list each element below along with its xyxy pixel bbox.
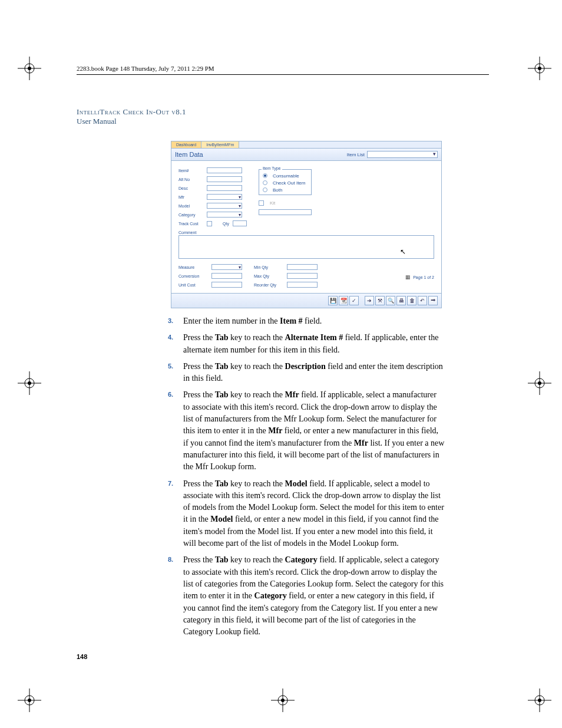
input-reorder-qty[interactable] [287,282,318,288]
form-title: Item Data [175,151,203,158]
checkbox-kit[interactable] [259,200,264,206]
toolbar-exit-icon[interactable]: ⮕ [428,296,438,305]
step-5: 5. Press the Tab key to reach the Descri… [168,361,445,385]
input-mfr[interactable] [207,194,242,200]
group-item-type: Item Type [262,166,282,170]
label-mfr: Mfr [178,195,203,199]
label-measure: Measure [178,265,208,269]
label-model: Model [178,204,203,208]
label-checkout: Check Out Item [273,180,306,186]
item-list-label: Item List [347,152,365,157]
crop-mark-icon [18,371,41,395]
input-qty[interactable] [233,220,247,226]
label-desc: Desc [178,186,203,190]
label-consumable: Consumable [273,173,299,179]
input-kit[interactable] [259,209,312,215]
pager-icon[interactable]: ▦ [405,274,411,280]
toolbar-undo-icon[interactable]: ↶ [418,296,427,305]
crop-mark-icon [528,57,551,80]
checkbox-track-cost[interactable] [207,221,212,226]
input-unit-cost[interactable] [211,282,242,288]
doc-subtitle: User Manual [77,117,489,126]
step-3: 3. Enter the item number in the Item # f… [168,315,445,327]
input-conversion[interactable] [211,273,242,279]
label-kit: Kit [270,200,275,206]
page-header-line: 2283.book Page 148 Thursday, July 7, 201… [77,65,489,75]
label-both: Both [273,187,282,193]
step-4: 4. Press the Tab key to reach the Altern… [168,332,445,356]
tab-dashboard[interactable]: Dashboard [171,141,201,148]
label-unit-cost: Unit Cost [178,283,208,287]
label-reorder-qty: Reorder Qty [254,283,283,287]
input-min-qty[interactable] [287,264,318,270]
toolbar-next-icon[interactable]: ➔ [365,296,374,305]
label-category: Category [178,213,203,217]
step-7: 7. Press the Tab key to reach the Model … [168,478,445,550]
toolbar-delete-icon[interactable]: 🗑 [407,296,416,305]
cursor-icon: ↖ [400,248,406,256]
crop-mark-icon [528,689,551,712]
step-6: 6. Press the Tab key to reach the Mfr fi… [168,389,445,473]
label-comment: Comment [178,230,434,235]
input-alt-no[interactable] [207,176,242,182]
crop-mark-icon [18,689,41,712]
toolbar-print-icon[interactable]: 🖶 [396,296,406,305]
doc-title: IntelliTrack Check In-Out v8.1 [77,107,489,117]
toolbar-save-icon[interactable]: 💾 [328,296,338,305]
input-measure[interactable] [211,264,242,270]
step-8: 8. Press the Tab key to reach the Catego… [168,554,445,638]
textarea-comment[interactable] [178,235,434,259]
toolbar-calendar-icon[interactable]: 📆 [339,296,348,305]
input-item-no[interactable] [207,167,242,173]
toolbar-search-icon[interactable]: 🔍 [386,296,395,305]
label-max-qty: Max Qty [254,274,283,278]
radio-both[interactable] [263,187,267,192]
input-category[interactable] [207,212,242,218]
toolbar-check-icon[interactable]: ✓ [349,296,359,305]
label-track-cost: Track Cost [178,222,203,226]
app-screenshot: Dashboard InvByItemMFm Item Data Item Li… [171,141,442,308]
crop-mark-icon [271,689,295,712]
label-alt-no: Alt No [178,177,203,182]
input-max-qty[interactable] [287,273,318,279]
label-item-no: Item# [178,169,203,173]
toolbar-tool-icon[interactable]: ⚒ [375,296,385,305]
item-list-dropdown[interactable] [367,151,438,158]
label-qty: Qty [223,222,229,226]
label-min-qty: Min Qty [254,265,283,269]
crop-mark-icon [528,371,551,395]
page-number: 148 [77,653,87,660]
radio-consumable[interactable] [263,173,267,178]
radio-checkout[interactable] [263,180,267,185]
tab-invbyitem[interactable]: InvByItemMFm [201,141,239,148]
label-conversion: Conversion [178,274,208,278]
input-model[interactable] [207,203,242,209]
instruction-list: 3. Enter the item number in the Item # f… [168,315,445,638]
crop-mark-icon [18,57,41,80]
input-desc[interactable] [207,185,242,191]
pager-text: Page 1 of 2 [413,275,434,279]
